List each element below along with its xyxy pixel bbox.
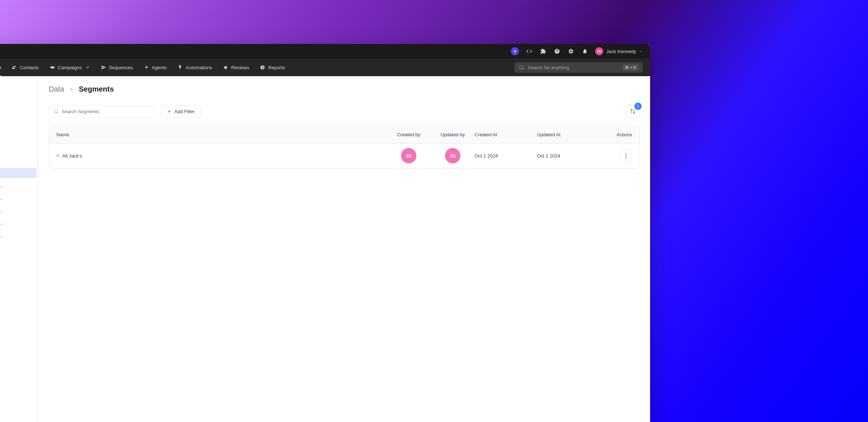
- nav-reports[interactable]: Reports: [260, 59, 285, 76]
- toolbar: Add Filter 1: [49, 104, 640, 118]
- sidebar-list: -10-19... -10-18... -10-18... -10-18... …: [0, 168, 38, 242]
- breadcrumb: Data Segments: [49, 85, 640, 93]
- chevron-down-icon: [85, 65, 90, 70]
- th-updated-at[interactable]: Updated At: [537, 132, 599, 137]
- segment-name: All Jack's: [62, 153, 82, 159]
- sort-button[interactable]: 1: [626, 104, 640, 118]
- code-icon[interactable]: [526, 48, 533, 55]
- th-created-by[interactable]: Created by: [387, 132, 431, 137]
- cell-created-by: JK: [387, 148, 431, 163]
- nav-label: Reviews: [231, 65, 249, 70]
- status-dot: [56, 154, 59, 157]
- table-header: Name Created by Updated by Created At Up…: [49, 126, 639, 144]
- nav-campaigns[interactable]: Campaigns: [50, 59, 90, 76]
- avatar: JK: [445, 148, 460, 163]
- dots-vertical-icon: [625, 153, 627, 159]
- nav-label: Campaigns: [58, 65, 82, 70]
- chevron-right-icon: [68, 86, 74, 92]
- megaphone-icon: [50, 65, 55, 70]
- nav-label: Sequences: [109, 65, 133, 70]
- nav-sequences[interactable]: Sequences: [101, 59, 133, 76]
- kbd-shortcut: ⌘ + K: [623, 64, 638, 71]
- nav-label: Reports: [268, 65, 285, 70]
- app-window: JK Jack Kennedy Data Contacts Campaigns …: [0, 44, 650, 422]
- top-bar: JK Jack Kennedy: [0, 44, 650, 59]
- sidebar-item[interactable]: -10-18...: [0, 192, 38, 204]
- th-name[interactable]: Name: [56, 132, 387, 137]
- nav-bar: Data Contacts Campaigns Sequences Agents…: [0, 59, 650, 76]
- send-icon: [101, 65, 106, 70]
- chevron-down-icon: [639, 49, 643, 53]
- cell-updated-at: Oct 1 2024: [537, 153, 599, 159]
- nav-data[interactable]: Data: [0, 59, 1, 76]
- avatar: JK: [401, 148, 416, 163]
- user-name: Jack Kennedy: [606, 49, 636, 54]
- user-menu[interactable]: JK Jack Kennedy: [595, 47, 643, 55]
- main-content: Data Segments Add Filter 1: [38, 76, 650, 422]
- global-search-input[interactable]: [528, 65, 619, 70]
- cell-updated-by: JK: [431, 148, 475, 163]
- svg-point-2: [520, 66, 523, 69]
- content-area: -10-19... -10-18... -10-18... -10-18... …: [0, 76, 650, 422]
- sort-badge: 1: [634, 103, 642, 110]
- add-button[interactable]: [511, 47, 519, 55]
- sidebar-item[interactable]: -10-19...: [0, 179, 38, 192]
- row-actions-button[interactable]: [620, 149, 632, 162]
- segments-table: Name Created by Updated by Created At Up…: [49, 126, 640, 169]
- add-filter-button[interactable]: Add Filter: [161, 106, 201, 118]
- svg-point-6: [54, 110, 58, 113]
- sparkle-icon: [144, 65, 149, 70]
- add-filter-label: Add Filter: [174, 109, 195, 114]
- svg-point-11: [626, 155, 627, 156]
- bolt-icon: [178, 65, 183, 70]
- sort-icon: [630, 108, 636, 114]
- sidebar-item[interactable]: [0, 168, 37, 178]
- nav-label: Agents: [152, 65, 167, 70]
- users-icon: [12, 65, 17, 70]
- breadcrumb-parent[interactable]: Data: [49, 85, 64, 93]
- user-avatar: JK: [595, 47, 603, 55]
- bell-icon[interactable]: [581, 48, 589, 55]
- svg-line-3: [523, 69, 524, 70]
- nav-reviews[interactable]: Reviews: [223, 59, 249, 76]
- star-icon: [223, 65, 228, 70]
- sidebar-item[interactable]: -10-17...: [0, 229, 38, 242]
- global-search[interactable]: ⌘ + K: [515, 62, 643, 73]
- segment-search[interactable]: [49, 106, 155, 118]
- puzzle-icon[interactable]: [539, 48, 547, 55]
- nav-label: Automations: [186, 65, 212, 70]
- search-icon: [519, 65, 524, 70]
- nav-agents[interactable]: Agents: [144, 59, 167, 76]
- gear-icon[interactable]: [567, 48, 575, 55]
- table-row[interactable]: All Jack's JK JK Oct 1 2024 Oct 1 2024: [49, 144, 639, 168]
- th-actions: Actions: [599, 132, 632, 137]
- sidebar-item[interactable]: -10-18...: [0, 204, 38, 217]
- nav-contacts[interactable]: Contacts: [12, 59, 38, 76]
- cell-name: All Jack's: [56, 153, 387, 159]
- nav-automations[interactable]: Automations: [178, 59, 212, 76]
- cell-actions: [599, 149, 632, 162]
- plus-icon: [167, 109, 171, 114]
- th-created-at[interactable]: Created At: [475, 132, 537, 137]
- breadcrumb-current: Segments: [79, 85, 114, 93]
- nav-label: Contacts: [20, 65, 38, 70]
- nav-label: Data: [0, 64, 1, 70]
- svg-point-12: [626, 158, 627, 159]
- svg-line-7: [57, 112, 58, 114]
- help-icon[interactable]: [553, 48, 561, 55]
- pie-icon: [260, 65, 265, 70]
- cell-created-at: Oct 1 2024: [475, 153, 537, 159]
- sidebar-item[interactable]: -10-18...: [0, 217, 38, 229]
- sidebar: -10-19... -10-18... -10-18... -10-18... …: [0, 76, 38, 422]
- th-updated-by[interactable]: Updated by: [431, 132, 475, 137]
- svg-point-10: [626, 153, 627, 154]
- segment-search-input[interactable]: [62, 109, 150, 114]
- search-icon: [53, 109, 59, 114]
- sidebar-toggle[interactable]: [0, 82, 38, 95]
